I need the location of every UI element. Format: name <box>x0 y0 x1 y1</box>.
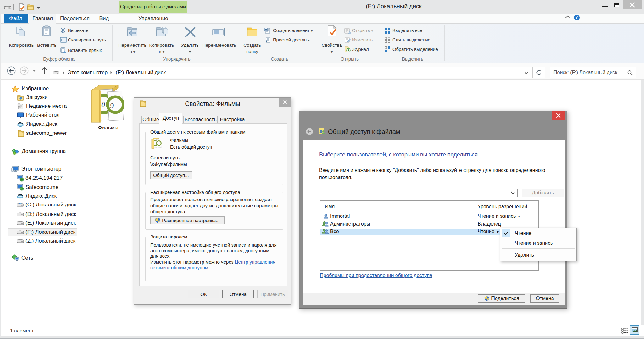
svg-text:9: 9 <box>110 101 114 110</box>
